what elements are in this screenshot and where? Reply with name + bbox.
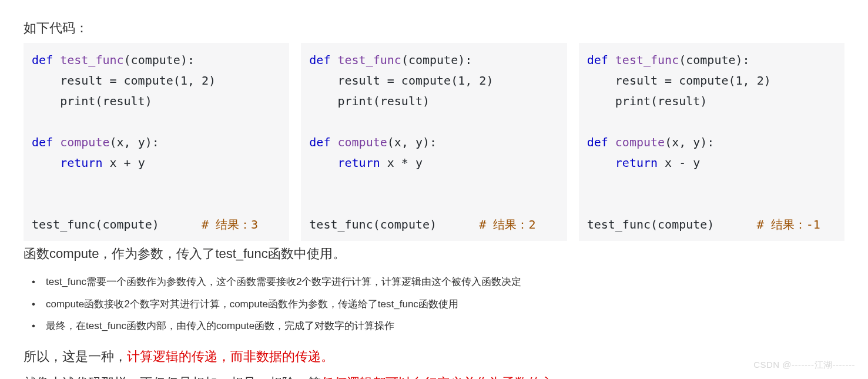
code-block-3: def test_func(compute): result = compute… (579, 43, 844, 241)
list-item: 最终，在test_func函数内部，由传入的compute函数，完成了对数字的计… (24, 315, 844, 337)
code-block-2: def test_func(compute): result = compute… (301, 43, 567, 241)
code-row: def test_func(compute): result = compute… (24, 43, 844, 241)
paragraph-1: 函数compute，作为参数，传入了test_func函数中使用。 (24, 243, 844, 264)
watermark: CSDN @-------江湖------- (753, 358, 855, 372)
list-item: test_func需要一个函数作为参数传入，这个函数需要接收2个数字进行计算，计… (24, 271, 844, 293)
highlight-text: 计算逻辑的传递，而非数据的传递。 (127, 349, 334, 364)
paragraph-3: 就像上述代码那样，不仅仅是相加，相见、相除、等任何逻辑都可以自行定义并作为函数传… (24, 373, 844, 379)
highlight-text: 任何逻辑都可以自行定义并作为函数传入。 (321, 375, 567, 379)
section-heading: 如下代码： (24, 18, 844, 38)
list-item: compute函数接收2个数字对其进行计算，compute函数作为参数，传递给了… (24, 293, 844, 315)
paragraph-2: 所以，这是一种，计算逻辑的传递，而非数据的传递。 (24, 346, 844, 367)
code-block-1: def test_func(compute): result = compute… (24, 43, 289, 241)
text-span: 所以，这是一种， (24, 349, 127, 364)
text-span: 就像上述代码那样，不仅仅是相加，相见、相除、等 (24, 375, 321, 379)
bullet-list: test_func需要一个函数作为参数传入，这个函数需要接收2个数字进行计算，计… (24, 271, 844, 337)
